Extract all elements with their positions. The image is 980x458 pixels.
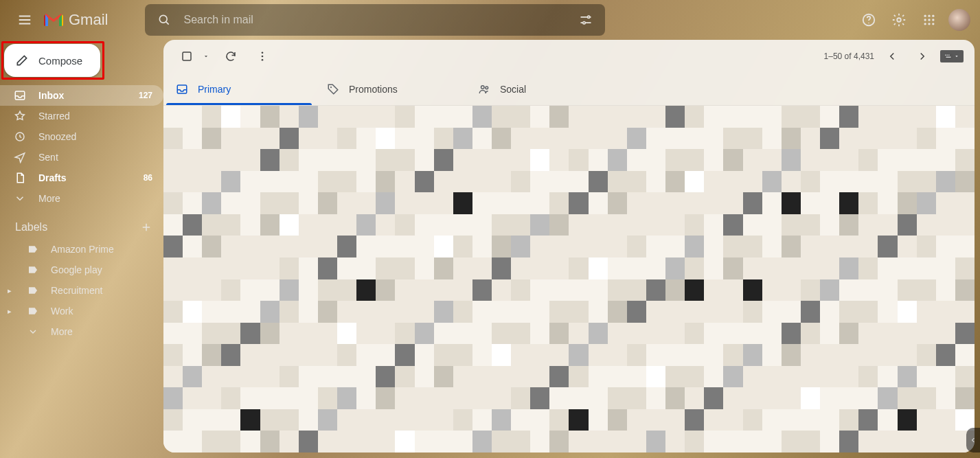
- more-actions-button[interactable]: [250, 44, 275, 69]
- svg-rect-17: [183, 52, 191, 60]
- search-options-button[interactable]: [572, 6, 600, 34]
- compose-label: Compose: [38, 55, 82, 67]
- sidebar-item-count: 86: [144, 173, 152, 183]
- send-icon: [14, 151, 26, 163]
- support-button[interactable]: [855, 6, 882, 34]
- sidebar-item-label: Starred: [38, 111, 70, 122]
- label-name: Google play: [51, 264, 102, 275]
- svg-point-14: [932, 23, 934, 25]
- gmail-logo[interactable]: Gmail: [44, 11, 128, 29]
- svg-point-27: [330, 86, 332, 87]
- sidebar-item-inbox[interactable]: Inbox 127: [0, 85, 163, 106]
- help-icon: [861, 12, 876, 27]
- label-icon: [27, 306, 38, 317]
- gmail-logo-text: Gmail: [69, 11, 108, 29]
- svg-point-28: [481, 85, 485, 89]
- kebab-icon: [256, 50, 269, 62]
- label-icon: [27, 264, 38, 275]
- search-icon: [157, 13, 171, 27]
- label-icon: [27, 244, 38, 255]
- sidebar-item-label: Sent: [38, 152, 58, 163]
- chevron-right-icon: [916, 50, 928, 62]
- label-name: More: [51, 326, 73, 337]
- label-item-more[interactable]: More: [0, 321, 163, 342]
- inbox-icon: [14, 89, 26, 102]
- pencil-icon: [15, 54, 29, 67]
- label-name: Amazon Prime: [51, 244, 114, 255]
- tab-promotions[interactable]: Promotions: [315, 73, 466, 105]
- plus-icon: [140, 221, 152, 233]
- label-name: Work: [51, 306, 73, 317]
- sidebar-item-label: Drafts: [38, 172, 66, 183]
- svg-point-19: [262, 56, 264, 58]
- refresh-button[interactable]: [218, 44, 243, 69]
- input-tool-toggle[interactable]: [940, 50, 964, 62]
- chevron-down-icon: [27, 326, 38, 337]
- compose-button[interactable]: Compose: [4, 44, 100, 77]
- google-apps-button[interactable]: [915, 6, 943, 34]
- caret-down-icon: [954, 54, 959, 59]
- sidebar-item-label: Inbox: [38, 90, 64, 101]
- file-icon: [14, 172, 26, 184]
- sidebar-item-label: Snoozed: [38, 131, 76, 142]
- chevron-left-icon: [886, 50, 898, 62]
- page-newer-button[interactable]: [910, 44, 935, 69]
- search-input[interactable]: [178, 14, 572, 26]
- svg-point-2: [583, 22, 585, 24]
- sidebar-item-starred[interactable]: Starred: [0, 106, 163, 126]
- svg-point-8: [932, 15, 934, 17]
- label-icon: [27, 285, 38, 296]
- expand-label-button[interactable]: ▸: [5, 286, 14, 295]
- message-list-blurred: [163, 106, 975, 453]
- search-button[interactable]: [150, 6, 178, 34]
- svg-point-13: [928, 23, 930, 25]
- sidebar-item-sent[interactable]: Sent: [0, 147, 163, 168]
- settings-button[interactable]: [885, 6, 913, 34]
- account-avatar[interactable]: [948, 9, 970, 31]
- page-older-button[interactable]: [880, 44, 904, 69]
- svg-point-7: [928, 15, 930, 17]
- star-icon: [14, 110, 26, 122]
- expand-label-button[interactable]: ▸: [5, 307, 14, 316]
- svg-point-6: [924, 15, 926, 17]
- gear-icon: [891, 12, 907, 27]
- clock-icon: [14, 130, 26, 143]
- sidebar-item-snoozed[interactable]: Snoozed: [0, 126, 163, 147]
- label-item[interactable]: Amazon Prime: [0, 239, 163, 260]
- tab-label: Social: [500, 84, 526, 95]
- tab-primary[interactable]: Primary: [163, 73, 315, 105]
- caret-down-icon: [203, 53, 209, 60]
- apps-grid-icon: [922, 13, 936, 27]
- search-bar[interactable]: [145, 4, 605, 36]
- gmail-logo-icon: [44, 12, 63, 27]
- select-all-checkbox[interactable]: [174, 44, 199, 69]
- tab-label: Promotions: [349, 84, 398, 95]
- svg-point-0: [160, 15, 168, 23]
- chevron-down-icon: [14, 192, 26, 205]
- tab-label: Primary: [198, 84, 231, 95]
- select-dropdown[interactable]: [201, 44, 212, 69]
- svg-point-29: [486, 86, 488, 89]
- sidebar-item-drafts[interactable]: Drafts 86: [0, 168, 163, 188]
- label-item[interactable]: ▸ Work: [0, 301, 163, 321]
- svg-point-11: [932, 19, 934, 21]
- svg-point-1: [588, 16, 590, 18]
- svg-point-18: [262, 51, 264, 54]
- sidebar-item-more[interactable]: More: [0, 188, 163, 209]
- svg-rect-22: [945, 55, 946, 56]
- label-item[interactable]: ▸ Recruitment: [0, 280, 163, 301]
- svg-point-12: [924, 23, 926, 25]
- labels-heading: Labels: [15, 221, 47, 233]
- keyboard-icon: [944, 53, 953, 60]
- main-menu-button[interactable]: [8, 3, 41, 36]
- sidebar-item-count: 127: [139, 91, 152, 100]
- tab-social[interactable]: Social: [466, 73, 617, 105]
- svg-rect-23: [947, 55, 948, 56]
- svg-point-9: [924, 19, 926, 21]
- add-label-button[interactable]: [140, 221, 152, 233]
- tune-icon: [579, 13, 593, 27]
- tag-icon: [327, 83, 339, 95]
- label-item[interactable]: Google play: [0, 260, 163, 280]
- side-panel-toggle[interactable]: [966, 428, 980, 453]
- hamburger-icon: [17, 12, 32, 27]
